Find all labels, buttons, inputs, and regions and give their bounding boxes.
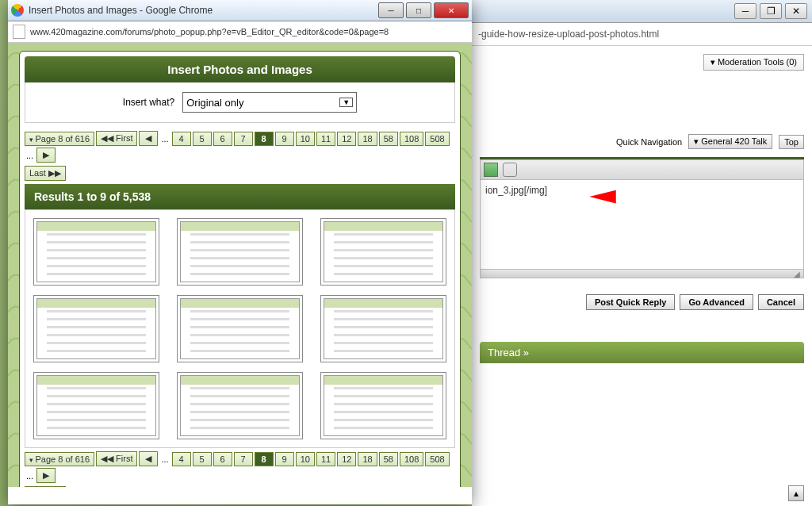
thumbnail[interactable] (180, 298, 300, 359)
page-8[interactable]: 8 (255, 452, 274, 466)
chevron-down-icon: ▼ (339, 98, 353, 107)
thumbnail[interactable] (324, 375, 443, 436)
post-quick-reply-button[interactable]: Post Quick Reply (586, 294, 675, 310)
bg-minimize-button[interactable]: ─ (734, 3, 756, 19)
popup-window-title: Insert Photos and Images - Google Chrome (29, 5, 378, 16)
pagination-top: Page 8 of 616◀◀ First◀...456789101112185… (25, 131, 455, 181)
insert-what-label: Insert what? (123, 97, 174, 108)
bg-address-bar[interactable]: -guide-how-resize-upload-post-photos.htm… (472, 23, 812, 46)
popup-minimize-button[interactable]: ─ (378, 2, 404, 18)
popup-body: Insert Photos and Images Insert what? Or… (8, 43, 472, 487)
page-12[interactable]: 12 (337, 452, 356, 466)
next-page-button[interactable]: ▶ (36, 148, 56, 163)
page-8[interactable]: 8 (255, 132, 274, 146)
bg-close-button[interactable]: ✕ (785, 3, 807, 19)
top-button[interactable]: Top (779, 135, 804, 149)
first-page-button[interactable]: ◀◀ First (96, 131, 137, 146)
popup-header: Insert Photos and Images (25, 56, 455, 82)
popup-url: www.420magazine.com/forums/photo_popup.p… (30, 27, 467, 36)
pagination-bottom: Page 8 of 616◀◀ First◀...456789101112185… (25, 451, 455, 487)
thumbnail[interactable] (180, 221, 300, 282)
insert-what-row: Insert what? Original only ▼ (25, 82, 455, 123)
popup-maximize-button[interactable]: □ (406, 2, 431, 18)
red-arrow-annotation: ◄ (580, 183, 624, 209)
last-page-button[interactable]: Last ▶▶ (25, 486, 66, 487)
page-5[interactable]: 5 (193, 132, 212, 146)
editor-resize-handle[interactable]: ◢ (480, 270, 804, 278)
page-18[interactable]: 18 (358, 132, 377, 146)
insert-image-icon[interactable] (484, 163, 498, 177)
thumbnail[interactable] (324, 298, 443, 359)
editor-textarea[interactable]: ion_3.jpg[/img] ◄ (480, 180, 804, 270)
page-508[interactable]: 508 (425, 452, 449, 466)
thumbnail[interactable] (324, 221, 443, 282)
page-6[interactable]: 6 (213, 132, 232, 146)
thumbnails-grid (25, 209, 455, 448)
results-count-bar: Results 1 to 9 of 5,538 (25, 184, 455, 209)
first-page-button[interactable]: ◀◀ First (96, 451, 137, 466)
page-58[interactable]: 58 (379, 452, 398, 466)
thumbnail[interactable] (36, 375, 156, 436)
editor-content-text: ion_3.jpg[/img] (485, 185, 547, 196)
thumbnail[interactable] (180, 375, 300, 436)
next-page-button[interactable]: ▶ (36, 468, 56, 483)
bg-page-content: ▾ Moderation Tools (0) Quick Navigation … (472, 46, 812, 506)
popup-titlebar[interactable]: Insert Photos and Images - Google Chrome… (8, 0, 472, 21)
page-7[interactable]: 7 (234, 132, 253, 146)
ellipsis: ... (159, 134, 170, 144)
ellipsis: ... (25, 151, 35, 160)
scroll-to-top-icon[interactable]: ▴ (788, 485, 804, 501)
popup-browser-window: Insert Photos and Images - Google Chrome… (8, 0, 472, 504)
background-browser-window: ─ ❐ ✕ -guide-how-resize-upload-post-phot… (472, 0, 812, 506)
quick-navigation-label: Quick Navigation (616, 137, 682, 147)
page-dropdown[interactable]: Page 8 of 616 (25, 452, 94, 466)
popup-address-bar[interactable]: www.420magazine.com/forums/photo_popup.p… (8, 21, 472, 43)
page-6[interactable]: 6 (213, 452, 232, 466)
page-18[interactable]: 18 (358, 452, 377, 466)
page-dropdown[interactable]: Page 8 of 616 (25, 132, 94, 146)
desktop: ─ ❐ ✕ -guide-how-resize-upload-post-phot… (0, 0, 812, 506)
page-508[interactable]: 508 (425, 132, 449, 146)
page-4[interactable]: 4 (172, 452, 191, 466)
quick-nav-forum-dropdown[interactable]: ▾ General 420 Talk (688, 134, 772, 149)
page-9[interactable]: 9 (275, 132, 294, 146)
page-11[interactable]: 11 (316, 452, 335, 466)
page-58[interactable]: 58 (379, 132, 398, 146)
page-10[interactable]: 10 (296, 452, 315, 466)
quick-reply-editor: ion_3.jpg[/img] ◄ ◢ (480, 157, 804, 278)
prev-page-button[interactable]: ◀ (139, 131, 158, 146)
page-12[interactable]: 12 (337, 132, 356, 146)
page-10[interactable]: 10 (296, 132, 315, 146)
bg-url-fragment: -guide-how-resize-upload-post-photos.htm… (478, 29, 659, 40)
page-5[interactable]: 5 (193, 452, 212, 466)
page-108[interactable]: 108 (400, 132, 423, 146)
quote-icon[interactable] (503, 163, 517, 177)
popup-close-button[interactable]: ✕ (434, 2, 469, 18)
chrome-favicon (11, 4, 24, 17)
page-9[interactable]: 9 (275, 452, 294, 466)
ellipsis: ... (159, 454, 170, 464)
bg-maximize-button[interactable]: ❐ (760, 3, 782, 19)
go-advanced-button[interactable]: Go Advanced (680, 294, 753, 310)
thread-navigation-bar: Thread » (480, 342, 804, 363)
bg-window-titlebar: ─ ❐ ✕ (472, 0, 812, 23)
thumbnail[interactable] (36, 221, 156, 282)
cancel-button[interactable]: Cancel (758, 294, 804, 310)
prev-page-button[interactable]: ◀ (139, 451, 158, 466)
thumbnail[interactable] (36, 298, 156, 359)
page-11[interactable]: 11 (316, 132, 335, 146)
page-7[interactable]: 7 (234, 452, 253, 466)
page-108[interactable]: 108 (400, 452, 423, 466)
popup-main-panel: Insert Photos and Images Insert what? Or… (19, 51, 461, 487)
last-page-button[interactable]: Last ▶▶ (25, 166, 66, 181)
page-4[interactable]: 4 (172, 132, 191, 146)
ellipsis: ... (25, 471, 35, 481)
moderation-tools-dropdown[interactable]: ▾ Moderation Tools (0) (703, 54, 804, 71)
insert-what-select[interactable]: Original only ▼ (182, 92, 357, 113)
editor-toolbar (480, 159, 804, 180)
page-icon (13, 25, 25, 39)
